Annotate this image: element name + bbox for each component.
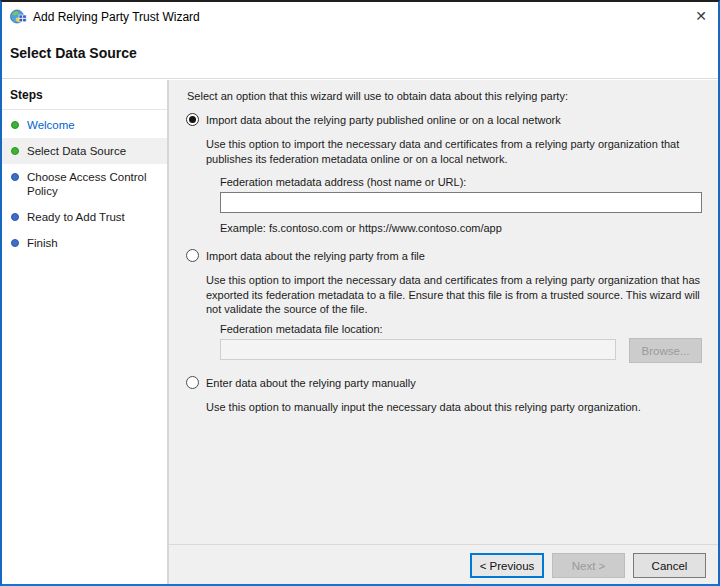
step-item-ready-to-add-trust: Ready to Add Trust <box>2 204 167 230</box>
steps-heading: Steps <box>2 80 167 110</box>
step-item-choose-access-control-policy: Choose Access Control Policy <box>2 164 167 204</box>
page-title: Select Data Source <box>10 45 137 61</box>
import-file-description: Use this option to import the necessary … <box>206 273 705 317</box>
wizard-window: Add Relying Party Trust Wizard ✕ Select … <box>0 0 720 586</box>
radio-import-file-label[interactable]: Import data about the relying party from… <box>206 250 425 262</box>
steps-sidebar: Steps Welcome Select Data Source Choose … <box>2 80 168 584</box>
import-online-description: Use this option to import the necessary … <box>206 137 705 166</box>
radio-import-online-label[interactable]: Import data about the relying party publ… <box>206 114 561 126</box>
step-bullet-done-icon <box>11 121 19 129</box>
step-bullet-upcoming-icon <box>11 173 19 181</box>
federation-metadata-address-input[interactable] <box>220 192 702 213</box>
steps-list: Welcome Select Data Source Choose Access… <box>2 112 167 256</box>
radio-enter-manually-label[interactable]: Enter data about the relying party manua… <box>206 377 416 389</box>
footer-divider <box>169 544 718 545</box>
step-bullet-upcoming-icon <box>11 239 19 247</box>
step-item-finish: Finish <box>2 230 167 256</box>
wizard-app-icon <box>10 9 27 25</box>
window-title: Add Relying Party Trust Wizard <box>33 10 200 24</box>
previous-button[interactable]: < Previous <box>470 553 544 578</box>
address-example-text: Example: fs.contoso.com or https://www.c… <box>220 222 502 234</box>
radio-import-online[interactable] <box>186 113 199 126</box>
step-item-select-data-source: Select Data Source <box>2 138 167 164</box>
page-header: Select Data Source <box>2 32 718 79</box>
cancel-button[interactable]: Cancel <box>633 553 706 578</box>
title-bar[interactable]: Add Relying Party Trust Wizard ✕ <box>2 2 718 32</box>
step-bullet-upcoming-icon <box>11 213 19 221</box>
instruction-text: Select an option that this wizard will u… <box>187 90 702 102</box>
enter-manually-description: Use this option to manually input the ne… <box>206 400 705 415</box>
radio-enter-manually[interactable] <box>186 376 199 389</box>
federation-metadata-file-input <box>220 339 616 360</box>
federation-metadata-file-label: Federation metadata file location: <box>220 323 383 335</box>
federation-metadata-address-label: Federation metadata address (host name o… <box>220 176 466 188</box>
next-button: Next > <box>552 553 625 578</box>
wizard-content: Select an option that this wizard will u… <box>168 80 718 584</box>
radio-import-file[interactable] <box>186 249 199 262</box>
step-item-welcome: Welcome <box>2 112 167 138</box>
step-bullet-current-icon <box>11 147 19 155</box>
browse-button: Browse... <box>629 338 702 363</box>
close-icon[interactable]: ✕ <box>684 2 718 30</box>
